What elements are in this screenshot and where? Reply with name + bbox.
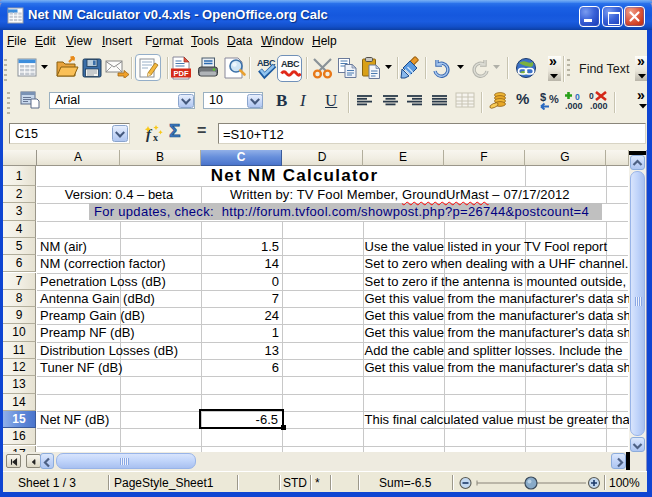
svg-text:x: x bbox=[153, 132, 158, 143]
svg-text:0: 0 bbox=[589, 91, 594, 101]
svg-text:PDF: PDF bbox=[174, 69, 189, 78]
svg-text:ABC: ABC bbox=[281, 59, 300, 69]
svg-text:.000: .000 bbox=[565, 101, 583, 111]
svg-text:.000: .000 bbox=[590, 101, 608, 111]
svg-text:$: $ bbox=[540, 91, 546, 103]
svg-text:%: % bbox=[549, 93, 559, 105]
